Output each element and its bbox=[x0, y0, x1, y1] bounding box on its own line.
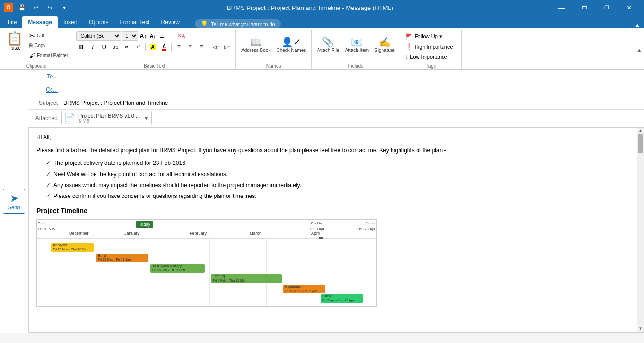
paste-button[interactable]: 📋 Paste bbox=[3, 31, 26, 51]
signature-button[interactable]: ✍ Signature bbox=[372, 31, 397, 60]
clear-format-button[interactable]: ✕A bbox=[177, 32, 185, 40]
undo-qat-button[interactable]: ↩ bbox=[30, 2, 42, 13]
fields-and-body: To... Cc... Subject Attached 📄 Project P bbox=[28, 70, 644, 333]
basic-text-label: Basic Text bbox=[75, 62, 234, 69]
tab-format-text[interactable]: Format Text bbox=[114, 16, 155, 28]
attachment-dropdown[interactable]: ▾ bbox=[143, 114, 149, 122]
font-family-select[interactable]: Calibri (Bo bbox=[76, 31, 121, 41]
gantt-bar-close: CloseFri 3 Apr - Thu 23 Apr bbox=[321, 294, 363, 303]
qat-dropdown[interactable]: ▾ bbox=[59, 2, 70, 13]
align-left-button[interactable]: ≡ bbox=[174, 42, 184, 52]
tab-message[interactable]: Message bbox=[22, 16, 58, 28]
send-panel: ➤ Send bbox=[0, 70, 28, 333]
attachment-chip[interactable]: 📄 Project Plan BRMS v1.0.... 3 MB ▾ bbox=[61, 111, 152, 125]
maximize-button[interactable]: ❐ bbox=[596, 0, 618, 15]
to-button[interactable]: To... bbox=[28, 73, 61, 80]
decrease-font-button[interactable]: A↓ bbox=[148, 32, 157, 40]
to-input[interactable] bbox=[61, 72, 644, 81]
font-color-button[interactable]: A bbox=[159, 42, 169, 52]
check-names-icon: 👤✓ bbox=[281, 37, 301, 47]
low-importance-button[interactable]: ↓ Low Importance bbox=[403, 52, 449, 61]
address-book-button[interactable]: 📖 Address Book bbox=[239, 31, 273, 60]
signature-icon: ✍ bbox=[379, 37, 391, 47]
underline-button[interactable]: U bbox=[99, 42, 109, 52]
clipboard-small: ✂ Cut ⎘ Copy 🖌 Format Painter bbox=[27, 31, 70, 60]
restore-button[interactable]: 🗖 bbox=[573, 0, 595, 15]
attach-file-button[interactable]: 📎 Attach File bbox=[314, 31, 341, 60]
ribbon-collapse-btn[interactable]: ▲ bbox=[635, 22, 644, 28]
tell-me-input[interactable]: 💡 Tell me what you want to do bbox=[195, 19, 281, 28]
decrease-indent-button[interactable]: ◁≡ bbox=[211, 42, 221, 52]
send-button[interactable]: ➤ Send bbox=[3, 189, 26, 214]
increase-indent-button[interactable]: ▷≡ bbox=[222, 42, 233, 52]
text-sep bbox=[145, 43, 146, 51]
scroll-up-button[interactable]: ▲ bbox=[637, 128, 644, 134]
attach-item-icon: 📧 bbox=[351, 37, 363, 47]
tab-review[interactable]: Review bbox=[156, 16, 185, 28]
align-center-button[interactable]: ≡ bbox=[185, 42, 195, 52]
tab-file[interactable]: File bbox=[2, 16, 22, 28]
cc-button[interactable]: Cc... bbox=[28, 86, 61, 93]
low-importance-icon: ↓ bbox=[405, 53, 409, 60]
follow-up-button[interactable]: 🚩 Follow Up ▾ bbox=[403, 32, 444, 41]
outlook-icon: O bbox=[4, 3, 13, 12]
grid-line-3 bbox=[209, 239, 210, 306]
ribbon-spacer bbox=[462, 30, 635, 69]
save-qat-button[interactable]: 💾 bbox=[16, 2, 27, 13]
low-importance-label: Low Importance bbox=[410, 54, 447, 60]
clipboard-group-content: 📋 Paste ✂ Cut ⎘ Copy 🖌 Format Painter bbox=[2, 30, 71, 62]
body-scrollbar[interactable]: ▲ ▼ bbox=[637, 128, 644, 332]
italic-button[interactable]: I bbox=[87, 42, 98, 52]
scroll-track[interactable] bbox=[637, 134, 644, 326]
tags-label: Tags bbox=[402, 62, 460, 69]
numbered-list-button[interactable]: ≡ bbox=[167, 32, 176, 40]
format-painter-button[interactable]: 🖌 Format Painter bbox=[27, 51, 70, 60]
go-live-marker: Go Live Fri 3 Apr bbox=[310, 221, 324, 233]
cc-input[interactable] bbox=[61, 86, 644, 94]
minimize-button[interactable]: — bbox=[550, 0, 572, 15]
ribbon-scroll-up[interactable]: ▲ bbox=[635, 30, 644, 69]
basic-text-group: Calibri (Bo 11 A↑ A↓ ☰ ≡ ✕A B I U ab bbox=[73, 30, 236, 69]
high-importance-button[interactable]: ❗ High Importance bbox=[403, 42, 455, 51]
font-row-2: B I U ab x₂ x² A A ≡ ≡ ≡ bbox=[76, 42, 233, 52]
tab-options[interactable]: Options bbox=[83, 16, 114, 28]
window-controls: — 🗖 ❐ ✕ bbox=[550, 0, 640, 15]
tags-group-content: 🚩 Follow Up ▾ ❗ High Importance ↓ Low Im… bbox=[402, 30, 460, 62]
gantt-bar-implement: ImplementFri 13 Mar - Thu 2 Apr bbox=[283, 285, 325, 293]
paste-label: Paste bbox=[9, 45, 21, 51]
check-names-button[interactable]: 👤✓ Check Names bbox=[274, 31, 308, 60]
body-content: Hi All, Please find attached the detaile… bbox=[36, 133, 636, 307]
tab-insert[interactable]: Insert bbox=[58, 16, 83, 28]
highlight-button[interactable]: A bbox=[148, 42, 158, 52]
paste-icon: 📋 bbox=[7, 32, 23, 45]
superscript-button[interactable]: x² bbox=[133, 42, 143, 52]
list-item: Neel Wale will be the key point of conta… bbox=[46, 170, 629, 179]
scroll-down-button[interactable]: ▼ bbox=[637, 326, 644, 332]
high-importance-icon: ❗ bbox=[405, 43, 413, 50]
send-icon: ➤ bbox=[10, 192, 18, 205]
attachment-icon: 📄 bbox=[64, 112, 76, 124]
copy-button[interactable]: ⎘ Copy bbox=[27, 41, 70, 51]
bold-button[interactable]: B bbox=[76, 42, 87, 52]
attach-item-button[interactable]: 📧 Attach Item bbox=[342, 31, 371, 60]
font-size-select[interactable]: 11 bbox=[122, 31, 138, 41]
subject-input[interactable] bbox=[61, 99, 644, 107]
redo-qat-button[interactable]: ↪ bbox=[44, 2, 56, 13]
subscript-button[interactable]: x₂ bbox=[122, 42, 132, 52]
cut-button[interactable]: ✂ Cut bbox=[27, 31, 70, 41]
greeting: Hi All, bbox=[36, 133, 629, 142]
strikethrough-button[interactable]: ab bbox=[110, 42, 121, 52]
names-group-content: 📖 Address Book 👤✓ Check Names bbox=[238, 30, 309, 62]
align-right-button[interactable]: ≡ bbox=[196, 42, 207, 52]
status-bar bbox=[0, 333, 644, 343]
tags-group: 🚩 Follow Up ▾ ❗ High Importance ↓ Low Im… bbox=[400, 30, 462, 69]
scroll-thumb[interactable] bbox=[638, 134, 643, 153]
subject-row: Subject bbox=[28, 96, 644, 110]
close-button[interactable]: ✕ bbox=[618, 0, 640, 15]
names-group: 📖 Address Book 👤✓ Check Names Names bbox=[236, 30, 312, 69]
list-button[interactable]: ☰ bbox=[158, 32, 166, 40]
message-body[interactable]: Hi All, Please find attached the detaile… bbox=[28, 127, 644, 333]
intro: Please find attached the detailed projec… bbox=[36, 146, 629, 155]
indent-sep bbox=[209, 43, 209, 51]
increase-font-button[interactable]: A↑ bbox=[139, 32, 148, 40]
